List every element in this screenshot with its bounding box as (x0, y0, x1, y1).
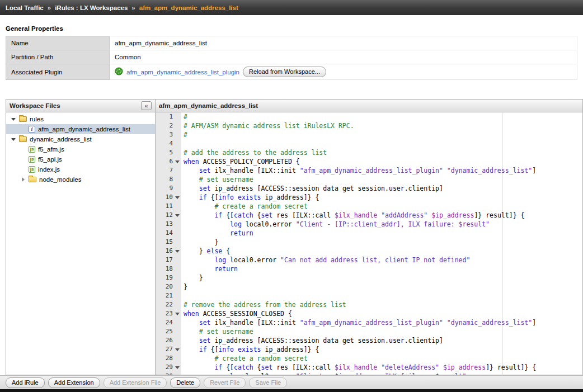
gutter-cell: 23 (156, 309, 181, 318)
fold-toggle-icon[interactable] (173, 348, 181, 351)
toolbar-button-save-file: Save File (249, 377, 287, 388)
editor-title: afm_apm_dynamic_address_list (159, 102, 258, 109)
tree-item-label: index.js (38, 166, 60, 173)
gutter-cell: 27 (156, 345, 181, 354)
toolbar-button-add-irule[interactable]: Add iRule (6, 377, 45, 388)
code-text: log local0.error "Client - $ip_address, … (181, 372, 466, 375)
code-line[interactable]: 16 } else { (156, 247, 582, 256)
page: Local Traffic»iRules : LX Workspaces»afm… (0, 0, 583, 392)
expander-open-icon[interactable] (11, 138, 16, 141)
gutter-cell: 19 (156, 273, 181, 282)
line-number: 2 (157, 121, 173, 130)
tree-item-label: afm_apm_dynamic_address_list (38, 126, 130, 133)
code-line[interactable]: 20} (156, 282, 582, 291)
fold-toggle-icon[interactable] (173, 313, 181, 315)
expander-closed-icon[interactable] (20, 177, 26, 182)
fold-toggle-icon[interactable] (173, 214, 181, 217)
code-line[interactable]: 30 log local0.error "Client - $ip_addres… (156, 372, 582, 375)
code-line[interactable]: 21 (156, 291, 582, 300)
code-line[interactable]: 7 set ilx_handle [ILX::init "afm_apm_dyn… (156, 166, 582, 175)
fold-toggle-icon[interactable] (173, 160, 181, 163)
code-text: when ACCESS_POLICY_COMPLETED { (181, 157, 300, 166)
js-file-icon: js (29, 146, 35, 153)
tree-item-afm-apm-dynamic-address-list[interactable]: iafm_apm_dynamic_address_list (6, 124, 155, 134)
code-line[interactable]: 24 set ilx_handle [ILX::init "afm_apm_dy… (156, 318, 582, 327)
plugin-value: afm_apm_dynamic_address_list_pluginReloa… (115, 67, 572, 77)
collapse-panel-button[interactable]: « (141, 101, 152, 110)
folder-icon (29, 177, 36, 182)
tree-item-node-modules[interactable]: node_modules (6, 174, 155, 185)
tree-item-label: rules (30, 116, 44, 122)
code-line[interactable]: 10 if {[info exists ip_address]} { (156, 193, 582, 202)
bottom-strip (0, 389, 583, 392)
code-line[interactable]: 2# AFM/ASM dynamic address list iRulesLX… (156, 121, 582, 130)
tree-item-rules[interactable]: rules (6, 114, 155, 124)
breadcrumb-item[interactable]: afm_apm_dynamic_address_list (139, 4, 238, 11)
code-line[interactable]: 14 return (156, 229, 582, 238)
breadcrumb-item[interactable]: Local Traffic (6, 4, 44, 11)
code-line[interactable]: 13 log local0.error "Client - [IP::clien… (156, 220, 582, 229)
property-row: Nameafm_apm_dynamic_address_list (6, 36, 577, 50)
code-line[interactable]: 4 (156, 139, 582, 148)
plugin-link[interactable]: afm_apm_dynamic_address_list_plugin (126, 69, 239, 75)
code-text: # AFM/ASM dynamic address list iRulesLX … (181, 121, 354, 130)
fold-toggle-icon[interactable] (173, 196, 181, 199)
toolbar-button-add-extension[interactable]: Add Extension (48, 377, 100, 388)
breadcrumb-separator: » (131, 4, 135, 11)
code-line[interactable]: 22# remove the address from the address … (156, 300, 582, 309)
code-line[interactable]: 15 } (156, 238, 582, 247)
line-number: 11 (157, 202, 173, 211)
tree-item-f5-afm-js[interactable]: jsf5_afm.js (6, 144, 155, 154)
gutter-cell: 16 (156, 247, 181, 256)
reload-from-workspace-button[interactable]: Reload from Workspace... (243, 67, 326, 77)
bottom-toolbar: Add iRuleAdd ExtensionAdd Extension File… (0, 375, 583, 389)
property-row: Associated Pluginafm_apm_dynamic_address… (6, 64, 577, 80)
folder-icon (19, 116, 27, 122)
fold-toggle-icon[interactable] (173, 250, 181, 253)
code-line[interactable]: 11 # create a random secret (156, 202, 582, 211)
code-text: } else { (181, 247, 230, 256)
workspace-files-panel: Workspace Files « rulesiafm_apm_dynamic_… (6, 99, 156, 375)
code-text: log local0.error "Client - [IP::client_a… (181, 220, 490, 229)
code-line[interactable]: 3# (156, 130, 582, 139)
file-tree: rulesiafm_apm_dynamic_address_listdynami… (6, 112, 155, 375)
toolbar-button-delete[interactable]: Delete (170, 377, 200, 388)
code-line[interactable]: 17 log local0.error "Can not add address… (156, 256, 582, 265)
tree-item-label: f5_api.js (38, 156, 62, 163)
code-line[interactable]: 5# add the address to the address list (156, 148, 582, 157)
code-line[interactable]: 6when ACCESS_POLICY_COMPLETED { (156, 157, 582, 166)
gutter-cell: 13 (156, 220, 181, 229)
code-line[interactable]: 28 # create a random secret (156, 354, 582, 363)
js-file-icon: js (29, 166, 35, 173)
line-number: 3 (157, 130, 173, 139)
code-text: } (181, 238, 218, 247)
plugin-icon (115, 67, 123, 77)
gutter-cell: 18 (156, 265, 181, 273)
code-line[interactable]: 1# (156, 112, 582, 121)
code-line[interactable]: 26 set ip_address [ACCESS::session data … (156, 336, 582, 345)
code-text: # (181, 130, 187, 139)
fold-toggle-icon[interactable] (173, 366, 181, 369)
code-editor[interactable]: 1#2# AFM/ASM dynamic address list iRules… (156, 112, 582, 375)
tree-item-f5-api-js[interactable]: jsf5_api.js (6, 154, 155, 164)
property-value: afm_apm_dynamic_address_list_pluginReloa… (110, 64, 577, 80)
code-line[interactable]: 25 # set username (156, 327, 582, 336)
code-line[interactable]: 8 # set username (156, 175, 582, 184)
code-line[interactable]: 18 return (156, 265, 582, 273)
code-line[interactable]: 9 set ip_address [ACCESS::session data g… (156, 184, 582, 193)
code-line[interactable]: 29 if {[catch {set res [ILX::call $ilx_h… (156, 363, 582, 372)
code-line[interactable]: 12 if {[catch {set res [ILX::call $ilx_h… (156, 211, 582, 220)
code-line[interactable]: 27 if {[info exists ip_address]} { (156, 345, 582, 354)
gutter-cell: 20 (156, 282, 181, 291)
expander-open-icon[interactable] (11, 118, 16, 121)
gutter-cell: 4 (156, 139, 181, 148)
line-number: 24 (157, 318, 173, 327)
code-line[interactable]: 19 } (156, 273, 582, 282)
gutter-cell: 22 (156, 300, 181, 309)
tree-item-dynamic-address-list[interactable]: dynamic_address_list (6, 134, 155, 144)
tree-item-index-js[interactable]: jsindex.js (6, 164, 155, 174)
irule-file-icon: i (29, 126, 35, 133)
gutter-cell: 14 (156, 229, 181, 238)
breadcrumb-item[interactable]: iRules : LX Workspaces (55, 4, 128, 11)
code-line[interactable]: 23when ACCESS_SESSION_CLOSED { (156, 309, 582, 318)
